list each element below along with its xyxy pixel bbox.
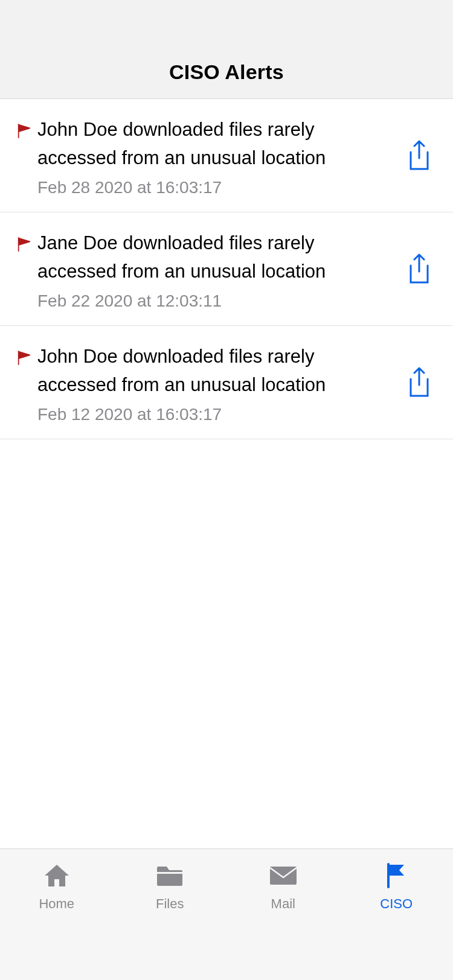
alert-title: Jane Doe downloaded files rarely accesse… [37, 229, 390, 285]
tab-label: Mail [271, 896, 295, 912]
share-icon [407, 367, 431, 401]
flag-icon [16, 233, 33, 261]
tab-mail[interactable]: Mail [226, 849, 340, 980]
alert-row[interactable]: John Doe downloaded files rarely accesse… [0, 326, 453, 439]
share-button[interactable] [402, 140, 436, 174]
flag-icon [16, 346, 33, 375]
alert-title-text: Jane Doe downloaded files rarely accesse… [37, 232, 326, 282]
alert-content: Jane Doe downloaded files rarely accesse… [37, 229, 402, 311]
alert-row[interactable]: John Doe downloaded files rarely accesse… [0, 99, 453, 212]
tab-files[interactable]: Files [114, 849, 227, 980]
alert-title: John Doe downloaded files rarely accesse… [37, 116, 390, 172]
alert-title-text: John Doe downloaded files rarely accesse… [37, 119, 326, 168]
alert-content: John Doe downloaded files rarely accesse… [37, 116, 402, 197]
alert-timestamp: Feb 22 2020 at 12:03:11 [37, 291, 390, 311]
tab-label: Files [156, 896, 184, 912]
tab-label: CISO [380, 896, 413, 912]
mail-icon [269, 862, 298, 889]
flag-icon [382, 862, 411, 889]
home-icon [42, 862, 71, 889]
flag-icon [16, 119, 33, 148]
alert-title: John Doe downloaded files rarely accesse… [37, 343, 390, 399]
tab-label: Home [39, 896, 74, 912]
alert-list: John Doe downloaded files rarely accesse… [0, 99, 453, 848]
header: CISO Alerts [0, 0, 453, 99]
alert-timestamp: Feb 28 2020 at 16:03:17 [37, 178, 390, 197]
share-icon [407, 253, 431, 287]
tab-ciso[interactable]: CISO [340, 849, 454, 980]
alert-timestamp: Feb 12 2020 at 16:03:17 [37, 405, 390, 424]
page-title: CISO Alerts [169, 60, 284, 84]
share-button[interactable] [402, 253, 436, 287]
share-icon [407, 140, 431, 174]
tab-home[interactable]: Home [0, 849, 114, 980]
alert-row[interactable]: Jane Doe downloaded files rarely accesse… [0, 212, 453, 326]
alert-content: John Doe downloaded files rarely accesse… [37, 343, 402, 424]
tab-bar: Home Files Mail CISO [0, 848, 453, 980]
share-button[interactable] [402, 367, 436, 401]
alert-title-text: John Doe downloaded files rarely accesse… [37, 346, 326, 395]
svg-rect-1 [270, 867, 297, 885]
svg-rect-0 [157, 872, 182, 874]
folder-icon [155, 862, 184, 889]
